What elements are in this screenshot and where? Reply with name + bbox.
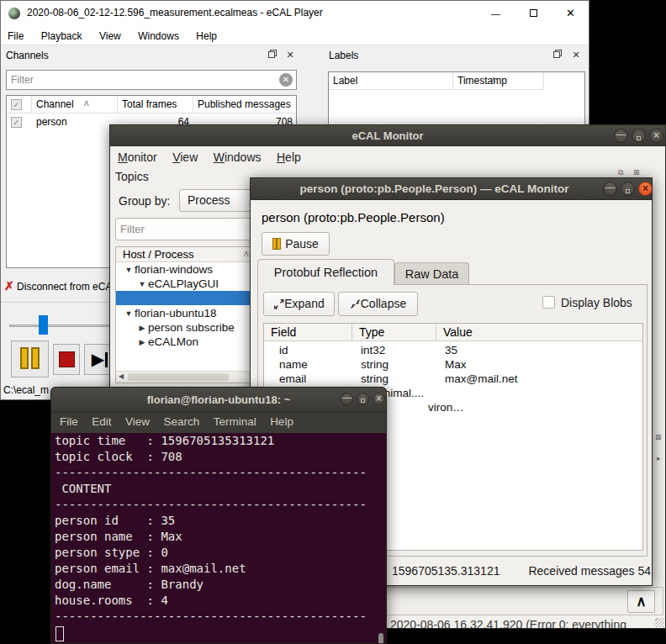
scrollbar-thumb[interactable] [128, 373, 229, 381]
menu-view[interactable]: View [172, 150, 198, 164]
maximize-icon[interactable] [632, 129, 646, 143]
pause-button[interactable] [11, 340, 49, 377]
player-titlebar[interactable]: 2020-08-06_02-12-12.596_measurement.ecal… [1, 1, 589, 26]
chevron-down-icon[interactable]: ▼ [136, 277, 148, 292]
tree-header[interactable]: Host / Processᐱ [116, 247, 261, 262]
float-dock-icon[interactable] [552, 50, 563, 61]
tree-item-selected[interactable] [116, 291, 261, 305]
col-type[interactable]: Type [352, 324, 436, 341]
pause-icon [31, 347, 40, 369]
table-row[interactable]: name string Max [264, 358, 642, 372]
col-published-messages[interactable]: Published messages [193, 96, 296, 113]
chevron-down-icon[interactable]: ▼ [123, 307, 135, 321]
menu-view[interactable]: View [125, 415, 150, 428]
pause-icon [277, 238, 281, 250]
tree-item-florian-ubuntu18[interactable]: ▼florian-ubuntu18 [116, 306, 261, 320]
horizontal-scrollbar[interactable]: ◀ [116, 371, 261, 383]
person-window-title: person (proto:pb.People.Person) — eCAL M… [251, 178, 652, 200]
player-menubar: File Playback View Windows Help [1, 26, 589, 45]
close-dock-icon[interactable]: ✕ [284, 49, 296, 61]
menu-playback[interactable]: Playback [34, 29, 89, 44]
close-icon[interactable]: × [638, 182, 653, 196]
tree-item-person-subscriber[interactable]: ▶person subscribe [116, 320, 261, 335]
person-titlebar[interactable]: person (proto:pb.People.Person) — eCAL M… [251, 178, 652, 200]
col-label[interactable]: Label [329, 72, 453, 90]
col-field[interactable]: Field [264, 324, 352, 341]
expand-button[interactable]: Expand [263, 292, 335, 316]
tree-item-ecalplaygui[interactable]: ▼eCALPlayGUI [116, 277, 261, 291]
menu-terminal[interactable]: Terminal [214, 415, 256, 428]
pause-button[interactable]: Pause [262, 232, 330, 256]
menu-help[interactable]: Help [277, 150, 301, 164]
menu-file[interactable]: File [1, 29, 30, 44]
topic-heading: person (proto:pb.People.Person) [262, 210, 445, 224]
minimize-icon[interactable]: — [341, 393, 353, 405]
float-dock-icon[interactable]: ⧉ [618, 168, 623, 177]
terminal-output[interactable]: topic time : 1596705135313121 topic cloc… [51, 433, 386, 644]
col-total-frames[interactable]: Total frames [118, 96, 193, 113]
float-dock-icon[interactable] [267, 50, 278, 61]
minimize-icon[interactable]: — [477, 1, 515, 26]
close-icon[interactable]: × [373, 393, 385, 405]
expand-log-button[interactable]: ∧ [627, 590, 655, 613]
terminal-line: person email : max@mail.net [51, 561, 386, 577]
pause-icon [20, 347, 29, 369]
collapse-button[interactable]: Collapse [338, 292, 418, 316]
display-blobs-label: Display Blobs [561, 296, 632, 309]
close-dock-icon[interactable]: ✕ [570, 49, 582, 61]
close-dock-icon[interactable]: ⊠ [633, 168, 640, 177]
select-all-checkbox[interactable]: ✓ [11, 99, 22, 110]
menu-edit[interactable]: Edit [92, 415, 111, 428]
menu-view[interactable]: View [92, 29, 128, 44]
minimize-icon[interactable]: — [614, 129, 628, 143]
resize-grip[interactable] [655, 618, 664, 627]
maximize-icon[interactable] [515, 1, 552, 26]
col-value[interactable]: Value [436, 324, 642, 341]
terminal-line: ----------------------------------------… [51, 609, 386, 625]
tab-raw-data[interactable]: Raw Data [394, 262, 469, 285]
select-all-header[interactable]: ✓ [7, 96, 32, 113]
menu-windows[interactable]: Windows [131, 29, 186, 44]
close-icon[interactable]: ✕ [552, 1, 589, 26]
terminal-line: person name : Max [51, 529, 386, 545]
table-row[interactable]: email string max@mail.net [264, 372, 642, 387]
channels-filter-input[interactable] [6, 70, 297, 90]
stop-button[interactable] [53, 344, 80, 375]
menu-search[interactable]: Search [163, 415, 199, 428]
chevron-right-icon[interactable]: ▶ [136, 321, 148, 335]
chevron-right-icon[interactable]: ▶ [136, 335, 148, 350]
menu-help[interactable]: Help [270, 415, 293, 428]
close-dock-icon[interactable]: ⊠ [655, 433, 662, 441]
playback-slider-handle[interactable] [39, 315, 48, 335]
group-by-label: Group by: [119, 194, 170, 208]
col-timestamp[interactable]: Timestampᐱ [453, 72, 544, 90]
tab-protobuf-reflection[interactable]: Protobuf Reflection [257, 259, 394, 285]
topics-filter-input[interactable] [115, 218, 262, 240]
col-channel[interactable]: Channelᐱ [32, 96, 118, 113]
scroll-left-icon[interactable]: ◀ [119, 372, 124, 380]
table-row[interactable]: id int32 35 [264, 344, 642, 358]
clear-filter-icon[interactable]: ✕ [279, 73, 293, 87]
close-icon[interactable]: × [649, 129, 663, 143]
monitor-titlebar[interactable]: eCAL Monitor — × [110, 125, 665, 146]
disconnect-button[interactable]: ✗ Disconnect from eCA [4, 279, 112, 293]
menu-file[interactable]: File [60, 415, 78, 428]
menu-help[interactable]: Help [189, 29, 224, 44]
channel-checkbox[interactable]: ✓ [11, 117, 22, 128]
status-timestamp: 1596705135.313121 [392, 564, 500, 578]
terminal-line: ----------------------------------------… [51, 465, 386, 481]
chevron-right-icon[interactable]: ▸ [657, 454, 661, 462]
maximize-icon[interactable] [357, 393, 369, 405]
menu-monitor[interactable]: Monitor [118, 150, 157, 164]
tree-item-ecalmon[interactable]: ▶eCALMon [116, 335, 261, 349]
channel-name: person [36, 114, 67, 130]
maximize-icon[interactable] [621, 182, 635, 196]
terminal-scrollbar-thumb[interactable] [378, 633, 383, 644]
menu-windows[interactable]: Windows [214, 150, 262, 164]
minimize-icon[interactable]: — [603, 182, 617, 196]
display-blobs-checkbox[interactable] [542, 296, 555, 309]
tree-item-florian-windows[interactable]: ▼florian-windows [116, 262, 261, 277]
status-received-messages: Received messages 54 [528, 564, 651, 578]
terminal-titlebar[interactable]: florian@florian-ubuntu18: ~ — × [51, 388, 386, 413]
chevron-down-icon[interactable]: ▼ [123, 263, 135, 277]
